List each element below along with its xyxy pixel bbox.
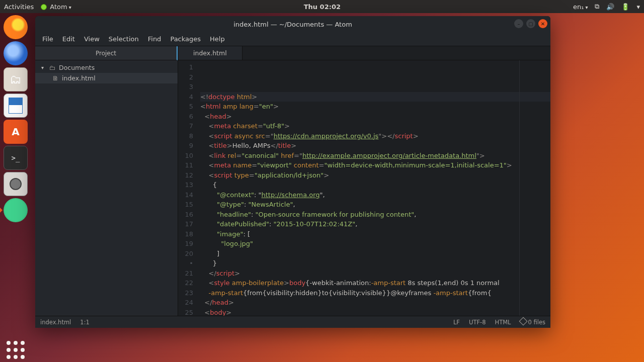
status-grammar[interactable]: HTML (495, 319, 511, 326)
network-icon[interactable]: ⧉ (595, 3, 599, 11)
project-tab[interactable]: Project (35, 46, 178, 60)
keyboard-layout-label: en₁ (573, 3, 584, 11)
terminal-launcher[interactable] (4, 146, 28, 170)
line-number-gutter[interactable]: 1234567891011121314151617181920•21222324… (178, 60, 197, 316)
atom-menubar: FileEditViewSelectionFindPackagesHelp (35, 32, 550, 46)
status-line-ending[interactable]: LF (453, 319, 460, 326)
window-title: index.html — ~/Documents — Atom (233, 21, 352, 28)
appmenu-label: Atom (50, 3, 67, 11)
menu-edit[interactable]: Edit (58, 34, 79, 44)
status-git[interactable]: 0 files (520, 318, 545, 326)
atom-icon (41, 4, 47, 10)
ubuntu-dock: 🗂 (0, 13, 31, 362)
libreoffice-writer-launcher[interactable] (4, 94, 28, 118)
activities-button[interactable]: Activities (4, 3, 34, 11)
keyboard-layout-indicator[interactable]: en₁▾ (573, 3, 588, 11)
status-bar: index.html 1:1 LF UTF-8 HTML 0 files (35, 316, 550, 328)
menu-view[interactable]: View (80, 34, 104, 44)
folder-icon: 🗀 (49, 64, 56, 71)
volume-icon[interactable]: 🔊 (606, 3, 614, 11)
status-git-label: 0 files (528, 319, 545, 326)
ubuntu-software-launcher[interactable] (4, 120, 28, 144)
menu-packages[interactable]: Packages (166, 34, 205, 44)
menu-file[interactable]: File (38, 34, 57, 44)
tree-folder-label: Documents (59, 64, 95, 71)
project-sidebar: Project ▾ 🗀 Documents 🗎 index.html (35, 46, 178, 316)
show-applications-button[interactable] (4, 338, 28, 362)
tree-view[interactable]: ▾ 🗀 Documents 🗎 index.html (35, 60, 178, 316)
appmenu-button[interactable]: Atom▾ (41, 3, 71, 11)
tree-file-item[interactable]: 🗎 index.html (35, 73, 178, 83)
editor-pane: index.html 12345678910111213141516171819… (178, 46, 550, 316)
git-icon (519, 317, 527, 326)
system-menu-icon[interactable]: ▾ (636, 3, 640, 11)
battery-icon[interactable]: 🔋 (621, 3, 629, 11)
gnome-topbar: Activities Atom▾ Thu 02:02 en₁▾ ⧉ 🔊 🔋 ▾ (0, 0, 644, 13)
files-launcher[interactable]: 🗂 (4, 67, 28, 92)
tree-file-label: index.html (62, 74, 96, 82)
editor-tabs: index.html (178, 46, 550, 60)
editor-content[interactable]: <!doctype html><html amp lang="en"> <hea… (197, 60, 550, 316)
cheese-launcher[interactable] (4, 172, 28, 196)
status-file[interactable]: index.html (40, 319, 71, 326)
atom-launcher[interactable] (4, 198, 28, 222)
chevron-down-icon: ▾ (41, 65, 46, 70)
window-close-button[interactable]: ✕ (538, 19, 547, 28)
editor-tab[interactable]: index.html (178, 46, 243, 60)
chevron-down-icon: ▾ (585, 5, 588, 10)
thunderbird-launcher[interactable] (4, 41, 28, 65)
file-icon: 🗎 (52, 74, 59, 82)
clock[interactable]: Thu 02:02 (71, 3, 573, 11)
tree-folder-root[interactable]: ▾ 🗀 Documents (35, 62, 178, 73)
status-encoding[interactable]: UTF-8 (469, 319, 486, 326)
window-titlebar[interactable]: index.html — ~/Documents — Atom – ▢ ✕ (35, 16, 550, 32)
text-editor[interactable]: 1234567891011121314151617181920•21222324… (178, 60, 550, 316)
menu-help[interactable]: Help (206, 34, 229, 44)
wrap-guide (519, 60, 520, 316)
status-cursor-position[interactable]: 1:1 (80, 319, 90, 326)
menu-find[interactable]: Find (144, 34, 166, 44)
window-minimize-button[interactable]: – (514, 19, 523, 28)
window-maximize-button[interactable]: ▢ (526, 19, 535, 28)
atom-window: index.html — ~/Documents — Atom – ▢ ✕ Fi… (35, 16, 550, 328)
menu-selection[interactable]: Selection (105, 34, 143, 44)
firefox-launcher[interactable] (4, 15, 28, 39)
